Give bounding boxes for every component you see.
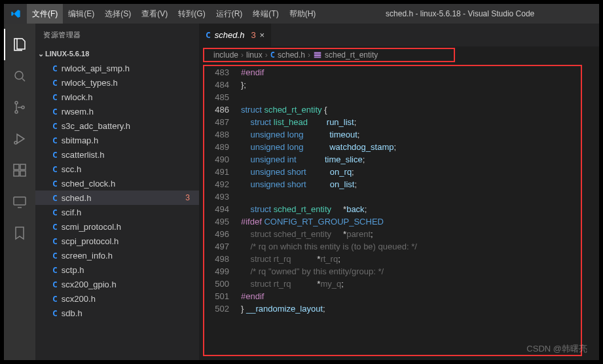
svg-point-4 <box>14 141 17 144</box>
file-item[interactable]: Cscx200_gpio.h <box>35 277 199 291</box>
menu-terminal[interactable]: 终端(T) <box>247 4 283 24</box>
svg-rect-9 <box>14 197 26 205</box>
svg-rect-10 <box>314 52 321 54</box>
file-label: screen_info.h <box>62 251 113 261</box>
c-file-icon: C <box>52 107 58 117</box>
svg-point-3 <box>22 106 24 109</box>
c-file-icon: C <box>52 64 58 73</box>
svg-rect-6 <box>14 171 19 176</box>
file-item[interactable]: Crwlock_api_smp.h <box>35 61 199 75</box>
file-label: sctp.h <box>62 265 84 275</box>
activity-bar <box>4 24 35 360</box>
file-item[interactable]: Cscc.h <box>35 162 199 176</box>
file-label: scatterlist.h <box>62 150 105 160</box>
svg-rect-5 <box>14 164 19 170</box>
code-lines[interactable]: #endif};struct sched_rt_entity { struct … <box>241 66 581 355</box>
c-file-icon: C <box>52 265 58 275</box>
editor-area: C sched.h 3 × include › linux › C sched.… <box>199 24 599 360</box>
menu-edit[interactable]: 编辑(E) <box>63 4 100 24</box>
menu-goto[interactable]: 转到(G) <box>173 4 210 24</box>
chevron-down-icon: ⌄ <box>38 50 44 58</box>
menu-select[interactable]: 选择(S) <box>100 4 136 24</box>
extensions-icon[interactable] <box>4 155 35 186</box>
file-label: scx200_gpio.h <box>62 280 117 289</box>
search-icon[interactable] <box>4 60 35 92</box>
chevron-right-icon: › <box>308 50 310 60</box>
file-tree[interactable]: Crwlock_api_smp.hCrwlock_types.hCrwlock.… <box>35 61 199 360</box>
sidebar: 资源管理器 ⌄ LINUX-5.6.18 Crwlock_api_smp.hCr… <box>35 24 199 360</box>
file-label: scmi_protocol.h <box>62 222 121 232</box>
file-label: rwlock.h <box>62 92 93 102</box>
crumb-symbol[interactable]: sched_rt_entity <box>325 50 378 60</box>
vscode-logo-icon <box>4 9 27 19</box>
file-item[interactable]: Csbitmap.h <box>35 133 199 147</box>
file-label: scx200.h <box>62 294 96 304</box>
svg-point-2 <box>15 111 18 113</box>
c-file-icon: C <box>52 193 58 203</box>
error-count: 3 <box>185 193 190 202</box>
file-item[interactable]: Crwlock.h <box>35 90 199 104</box>
file-label: rwlock_api_smp.h <box>62 64 130 73</box>
file-item[interactable]: Csched_clock.h <box>35 176 199 191</box>
svg-rect-11 <box>314 54 321 56</box>
file-label: sdb.h <box>62 308 82 318</box>
c-file-icon: C <box>52 92 58 102</box>
tab-sched-h[interactable]: C sched.h 3 × <box>199 24 271 46</box>
window-title: sched.h - linux-5.6.18 - Visual Studio C… <box>321 9 599 18</box>
file-label: sched.h <box>62 193 92 203</box>
editor-body[interactable]: 4834844854864874884894904914924934944954… <box>203 65 582 356</box>
file-item[interactable]: Cscatterlist.h <box>35 147 199 162</box>
c-file-icon: C <box>52 179 58 189</box>
file-item[interactable]: Cscpi_protocol.h <box>35 234 199 248</box>
menu-view[interactable]: 查看(V) <box>136 4 173 24</box>
c-file-icon: C <box>52 78 58 88</box>
svg-rect-12 <box>314 57 321 58</box>
file-label: scc.h <box>62 164 81 174</box>
explorer-icon[interactable] <box>4 29 35 60</box>
file-item[interactable]: Cscmi_protocol.h <box>35 219 199 234</box>
file-item[interactable]: Csctp.h <box>35 263 199 277</box>
file-item[interactable]: Cscx200.h <box>35 291 199 306</box>
file-label: rwsem.h <box>62 107 94 117</box>
debug-icon[interactable] <box>4 123 35 155</box>
svg-rect-7 <box>20 171 26 176</box>
file-item[interactable]: Crwlock_types.h <box>35 75 199 90</box>
c-file-icon: C <box>206 30 211 40</box>
c-file-icon: C <box>52 164 58 174</box>
file-item[interactable]: Cs3c_adc_battery.h <box>35 118 199 133</box>
c-file-icon: C <box>52 222 58 232</box>
c-file-icon: C <box>52 294 58 304</box>
menu-file[interactable]: 文件(F) <box>27 4 63 24</box>
chevron-right-icon: › <box>241 50 244 60</box>
c-file-icon: C <box>270 50 275 60</box>
bookmark-icon[interactable] <box>4 217 35 249</box>
close-icon[interactable]: × <box>260 30 265 40</box>
file-item[interactable]: Cscreen_info.h <box>35 248 199 263</box>
sidebar-title: 资源管理器 <box>35 24 199 46</box>
file-item[interactable]: Csched.h3 <box>35 191 199 205</box>
crumb-linux[interactable]: linux <box>246 50 263 60</box>
struct-icon <box>313 50 322 60</box>
file-label: scpi_protocol.h <box>62 236 119 246</box>
file-item[interactable]: Csdb.h <box>35 306 199 320</box>
file-item[interactable]: Cscif.h <box>35 205 199 219</box>
crumb-include[interactable]: include <box>213 50 238 60</box>
c-file-icon: C <box>52 208 58 217</box>
c-file-icon: C <box>52 121 58 131</box>
title-bar: 文件(F) 编辑(E) 选择(S) 查看(V) 转到(G) 运行(R) 终端(T… <box>4 4 599 24</box>
c-file-icon: C <box>52 251 58 261</box>
c-file-icon: C <box>52 150 58 160</box>
c-file-icon: C <box>52 136 58 145</box>
file-item[interactable]: Crwsem.h <box>35 104 199 118</box>
tab-label: sched.h <box>215 30 245 40</box>
c-file-icon: C <box>52 308 58 318</box>
file-label: scif.h <box>62 208 81 217</box>
remote-icon[interactable] <box>4 186 35 217</box>
menu-help[interactable]: 帮助(H) <box>284 4 321 24</box>
breadcrumb[interactable]: include › linux › C sched.h › sched_rt_e… <box>203 48 455 62</box>
source-control-icon[interactable] <box>4 92 35 123</box>
menu-run[interactable]: 运行(R) <box>211 4 248 24</box>
crumb-file[interactable]: sched.h <box>278 50 305 60</box>
sidebar-folder[interactable]: ⌄ LINUX-5.6.18 <box>35 46 199 61</box>
file-label: sched_clock.h <box>62 179 115 189</box>
